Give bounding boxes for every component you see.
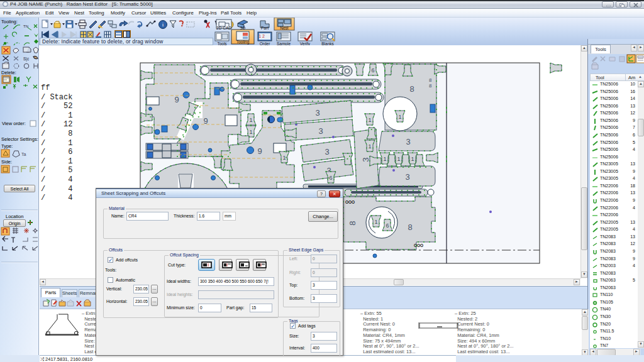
svg-text:3: 3 xyxy=(405,172,409,182)
svg-text:3: 3 xyxy=(315,108,319,118)
svg-text:1: 1 xyxy=(398,114,401,120)
svg-text:1: 1 xyxy=(397,156,400,162)
svg-text:1 2: 1 2 xyxy=(258,34,265,38)
svg-text:S|c: S|c xyxy=(23,57,30,62)
svg-text:Type:: Type: xyxy=(1,143,13,149)
svg-text:8: 8 xyxy=(348,221,357,225)
svg-text:3: 3 xyxy=(406,137,410,146)
svg-text:Selector Settings:: Selector Settings: xyxy=(1,136,38,142)
svg-text:Ta: Ta xyxy=(21,152,26,156)
svg-text:1: 1 xyxy=(368,117,371,123)
svg-text:1: 1 xyxy=(374,219,377,225)
svg-text:Location: Location xyxy=(6,214,23,219)
svg-text:OOO: OOO xyxy=(414,243,423,248)
svg-text:Delete:: Delete: xyxy=(1,70,16,75)
svg-text:Tooling: Tooling xyxy=(236,40,250,45)
svg-text:6: 6 xyxy=(329,175,332,181)
svg-text:8: 8 xyxy=(429,77,432,83)
svg-text:3: 3 xyxy=(318,126,323,136)
svg-text:8: 8 xyxy=(408,222,412,232)
svg-text:View order:: View order: xyxy=(2,121,26,126)
svg-text:1: 1 xyxy=(411,156,414,162)
svg-text:1: 1 xyxy=(368,143,371,150)
svg-text:8: 8 xyxy=(429,83,432,89)
svg-text:Part: Part xyxy=(261,26,269,30)
svg-text:Nest: Nest xyxy=(280,26,289,30)
svg-text:1: 1 xyxy=(249,129,252,135)
svg-text:3: 3 xyxy=(325,147,329,156)
svg-text:1: 1 xyxy=(282,155,286,161)
svg-text:8: 8 xyxy=(409,84,414,94)
svg-text:6: 6 xyxy=(371,67,374,74)
svg-text:9: 9 xyxy=(257,146,262,156)
svg-text:1: 1 xyxy=(383,156,386,162)
svg-text:1: 1 xyxy=(249,117,252,123)
svg-text:Side:: Side: xyxy=(1,159,12,165)
svg-text:2D CAD: 2D CAD xyxy=(216,26,231,30)
svg-text:OOO: OOO xyxy=(345,200,355,204)
svg-text:9: 9 xyxy=(174,95,179,104)
svg-text:3: 3 xyxy=(361,157,370,162)
svg-text:6: 6 xyxy=(386,222,389,229)
svg-text:TN: TN xyxy=(23,25,28,28)
svg-text:Tooling:: Tooling: xyxy=(1,19,18,25)
